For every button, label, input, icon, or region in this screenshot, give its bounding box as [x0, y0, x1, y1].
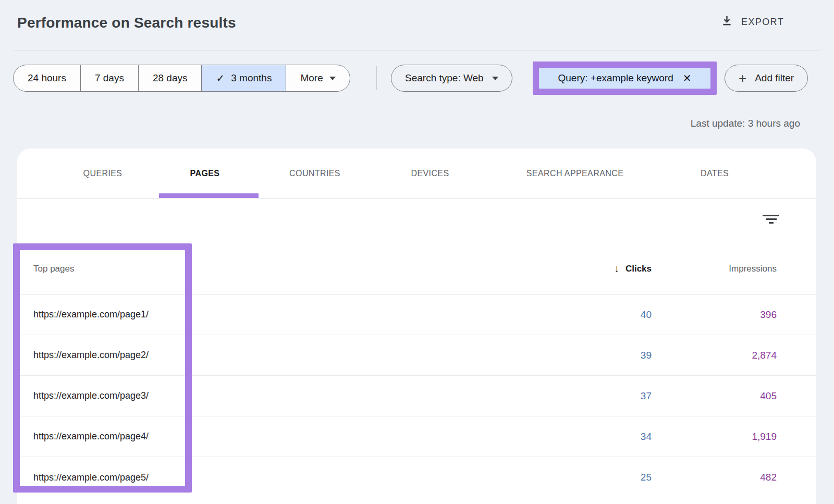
- table-filter-button[interactable]: [759, 209, 782, 229]
- query-filter-label: Query: +example keyword: [558, 72, 673, 84]
- clicks-cell: 34: [641, 431, 652, 442]
- tab-devices[interactable]: DEVICES: [411, 149, 449, 198]
- tab-countries[interactable]: COUNTRIES: [289, 149, 340, 198]
- table-row[interactable]: https://example.com/page4/ 34 1,919: [17, 416, 816, 457]
- date-range-more[interactable]: More: [286, 65, 349, 91]
- last-update-text: Last update: 3 hours ago: [691, 118, 800, 129]
- column-header-impressions[interactable]: Impressions: [729, 264, 777, 274]
- date-range-7-days[interactable]: 7 days: [80, 65, 138, 91]
- check-icon: ✓: [216, 72, 225, 84]
- filter-list-icon: [763, 215, 779, 216]
- header-divider: [13, 51, 821, 51]
- chevron-down-icon: [329, 77, 336, 80]
- column-header-top-pages: Top pages: [33, 264, 573, 274]
- impressions-cell: 2,874: [752, 350, 777, 361]
- search-type-dropdown[interactable]: Search type: Web: [391, 65, 512, 92]
- date-range-segmented-control: 24 hours 7 days 28 days ✓ 3 months More: [13, 65, 350, 92]
- date-range-3-months[interactable]: ✓ 3 months: [201, 65, 286, 91]
- table-row[interactable]: https://example.com/page1/ 40 396: [17, 294, 816, 335]
- impressions-cell: 1,919: [752, 431, 777, 442]
- page-url-cell: https://example.com/page2/: [33, 350, 573, 361]
- tab-pages[interactable]: PAGES: [190, 149, 220, 198]
- page-url-cell: https://example.com/page5/: [33, 472, 573, 483]
- download-icon: [721, 15, 733, 29]
- table-body: https://example.com/page1/ 40 396 https:…: [17, 294, 816, 498]
- table-row[interactable]: https://example.com/page5/ 25 482: [17, 457, 816, 498]
- add-filter-button[interactable]: + Add filter: [725, 65, 808, 92]
- search-type-label: Search type: Web: [405, 72, 484, 84]
- impressions-cell: 482: [760, 472, 777, 483]
- export-button[interactable]: EXPORT: [721, 15, 784, 29]
- tab-queries[interactable]: QUERIES: [83, 149, 122, 198]
- table-row[interactable]: https://example.com/page3/ 37 405: [17, 376, 816, 416]
- tab-search-appearance[interactable]: SEARCH APPEARANCE: [526, 149, 623, 198]
- top-pages-table: Top pages ↓ Clicks Impressions https://e…: [17, 243, 816, 498]
- page-url-cell: https://example.com/page4/: [33, 431, 573, 442]
- clicks-cell: 40: [641, 309, 652, 321]
- performance-report-card: QUERIES PAGES COUNTRIES DEVICES SEARCH A…: [17, 149, 816, 504]
- page-url-cell: https://example.com/page1/: [33, 309, 573, 320]
- add-filter-label: Add filter: [755, 72, 794, 84]
- clicks-header-label: Clicks: [626, 264, 652, 274]
- date-range-28-days[interactable]: 28 days: [138, 65, 202, 91]
- impressions-cell: 405: [760, 390, 777, 402]
- query-filter-chip[interactable]: Query: +example keyword ✕: [539, 68, 710, 89]
- column-header-clicks[interactable]: ↓ Clicks: [614, 263, 652, 275]
- sort-desc-icon: ↓: [614, 263, 619, 275]
- date-range-label: 3 months: [231, 72, 272, 84]
- clicks-cell: 39: [641, 350, 652, 361]
- dimension-tabs: QUERIES PAGES COUNTRIES DEVICES SEARCH A…: [17, 149, 816, 198]
- tabs-divider: [17, 198, 816, 199]
- impressions-cell: 396: [760, 309, 777, 321]
- plus-icon: +: [739, 71, 746, 85]
- chevron-down-icon: [492, 77, 498, 80]
- query-filter-annotation-highlight: Query: +example keyword ✕: [533, 62, 717, 95]
- clicks-cell: 37: [641, 390, 652, 402]
- filter-toolbar: 24 hours 7 days 28 days ✓ 3 months More …: [0, 65, 834, 92]
- date-range-24-hours[interactable]: 24 hours: [14, 65, 80, 91]
- page-title: Performance on Search results: [17, 15, 236, 31]
- close-icon[interactable]: ✕: [683, 73, 692, 83]
- page-url-cell: https://example.com/page3/: [33, 390, 573, 401]
- table-row[interactable]: https://example.com/page2/ 39 2,874: [17, 335, 816, 376]
- tab-dates[interactable]: DATES: [701, 149, 729, 198]
- toolbar-divider: [376, 66, 377, 90]
- date-range-label: 28 days: [153, 72, 188, 84]
- export-button-label: EXPORT: [741, 17, 784, 28]
- clicks-cell: 25: [641, 472, 652, 483]
- date-range-label: 24 hours: [28, 72, 66, 84]
- date-range-label: 7 days: [95, 72, 124, 84]
- table-header-row: Top pages ↓ Clicks Impressions: [17, 243, 816, 294]
- more-label: More: [300, 72, 323, 84]
